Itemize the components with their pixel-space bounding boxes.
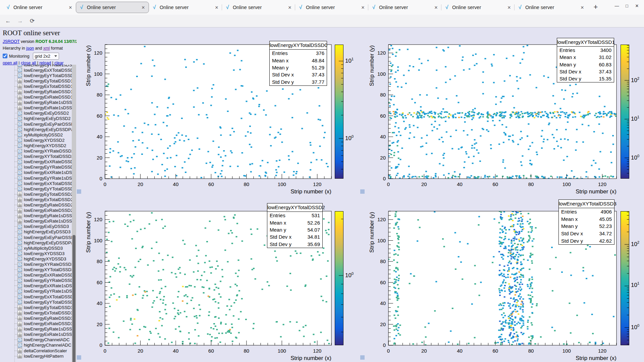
tree-item[interactable]: lowEnergyExXRate1sDSSD2 bbox=[0, 170, 72, 175]
tree-item[interactable]: lowEnergyExRateDSSD3 bbox=[0, 321, 72, 326]
tree-item[interactable]: lowEnergyEyYTotalDSSD3 bbox=[0, 299, 72, 305]
stats-box-lowEnergyXYTotalDSSD1[interactable]: lowEnergyXYTotalDSSD1Entries3400Mean x31… bbox=[557, 38, 614, 82]
tree-item[interactable]: lowEnergyExRate1sDSSD2 bbox=[0, 219, 72, 224]
tree-item[interactable]: lowEnergyEyRateDSSD1 bbox=[0, 89, 72, 94]
panel-resize-handle[interactable] bbox=[360, 189, 365, 194]
browser-tab[interactable]: √Online server✕ bbox=[441, 2, 515, 13]
tree-item[interactable]: lowEnergyExXRateDSSD2 bbox=[0, 159, 72, 165]
tree-item[interactable]: deltaCorrelationScaler bbox=[0, 348, 72, 353]
tree-connector bbox=[14, 81, 17, 81]
tree-item[interactable]: lowEnergyExTotalDSSD3 bbox=[0, 310, 72, 315]
tree-item[interactable]: lowEnergyEyYRate1sDSSD3 bbox=[0, 289, 72, 294]
tree-item[interactable]: lowEnergyExXRate1sDSSD3 bbox=[0, 283, 72, 289]
tree-item[interactable]: lowEnergyEyYRate1sDSSD2 bbox=[0, 175, 72, 181]
tree-item[interactable]: lowEnergyExTotalDSSD1 bbox=[0, 83, 72, 89]
tree-item[interactable]: lowEnergyExXTotalDSSD2 bbox=[0, 181, 72, 186]
tree-item[interactable]: lowEnergyExXRateDSSD3 bbox=[0, 273, 72, 278]
tree-item[interactable]: lowEnergyEyYRateDSSD3 bbox=[0, 278, 72, 283]
panel-resize-handle[interactable] bbox=[77, 355, 81, 360]
monitoring-checkbox[interactable] bbox=[3, 54, 7, 58]
browser-tab[interactable]: √Online server✕ bbox=[76, 2, 149, 13]
tree-item[interactable]: lowEnergyEyRate1sDSSD2 bbox=[0, 213, 72, 219]
xml-link[interactable]: xml bbox=[43, 46, 50, 51]
tree-item[interactable]: lowEnergyEyYTotalDSSD2 bbox=[0, 186, 72, 191]
tree-item[interactable]: lowEnergyExEyDSSD2 bbox=[0, 111, 72, 116]
tab-close-icon[interactable]: ✕ bbox=[214, 5, 219, 10]
stats-row: Mean y54.07 bbox=[267, 226, 322, 233]
tree-item[interactable]: highEnergyChannelADC bbox=[0, 343, 72, 348]
back-icon[interactable]: ← bbox=[3, 16, 13, 26]
tree-item[interactable]: lowEnergyEyTotalDSSD2 bbox=[0, 191, 72, 197]
tab-close-icon[interactable]: ✕ bbox=[287, 5, 292, 10]
tree-item[interactable]: lowEnergyEyRateDSSD2 bbox=[0, 202, 72, 207]
tree-item[interactable]: lowEnergyXYTotalDSSD3 bbox=[0, 267, 72, 273]
panel-resize-handle[interactable] bbox=[77, 189, 81, 194]
tree-item[interactable]: lowEnergyEyYRateDSSD2 bbox=[0, 165, 72, 170]
forward-icon[interactable]: → bbox=[15, 16, 25, 26]
tree-item[interactable]: lowEnergyEyTotalDSSD3 bbox=[0, 305, 72, 310]
tree-item[interactable]: lowEnergyExXTotalDSSD3 bbox=[0, 294, 72, 299]
tab-close-icon[interactable]: ✕ bbox=[433, 5, 439, 10]
colorbar-lowEnergyXYTotalDSSD0[interactable] bbox=[335, 45, 343, 179]
tree-item[interactable]: lowEnergyExXTotalDSSD1 bbox=[0, 67, 72, 73]
hist1d-icon bbox=[17, 95, 22, 100]
tab-close-icon[interactable]: ✕ bbox=[506, 5, 512, 10]
tree-item[interactable]: lowEnergyEyRateDSSD3 bbox=[0, 315, 72, 321]
panel-resize-handle[interactable] bbox=[360, 355, 365, 360]
stats-box-lowEnergyXYTotalDSSD2[interactable]: lowEnergyXYTotalDSSD2Entries531Mean x52.… bbox=[267, 203, 323, 248]
tree-item[interactable]: xyMultiplicityDSSD3 bbox=[0, 245, 72, 251]
tree-item[interactable]: lowEnergyExEyPairDSSD2 bbox=[0, 121, 72, 127]
tab-close-icon[interactable]: ✕ bbox=[68, 5, 73, 10]
window-maximize-button[interactable]: □ bbox=[623, 2, 631, 10]
stats-row: Entries531 bbox=[267, 212, 322, 219]
tree-item[interactable]: highEnergyExEyDSSDPair3 bbox=[0, 240, 72, 245]
json-link[interactable]: json bbox=[26, 46, 34, 51]
tree-item[interactable]: lowEnergyExRateDSSD2 bbox=[0, 208, 72, 213]
tree-item[interactable]: lowEnergyExRate1sDSSD3 bbox=[0, 332, 72, 337]
tree-item[interactable]: lowEnergyExRateDSSD1 bbox=[0, 95, 72, 100]
window-minimize-button[interactable]: — bbox=[612, 2, 621, 10]
tree-item[interactable]: lowEnergyHitPattern bbox=[0, 353, 72, 359]
tab-close-icon[interactable]: ✕ bbox=[580, 5, 585, 10]
colorbar-lowEnergyXYTotalDSSD3[interactable] bbox=[621, 211, 629, 345]
browser-tab[interactable]: √Online server✕ bbox=[368, 2, 441, 13]
browser-tab[interactable]: √Online server✕ bbox=[515, 2, 588, 13]
colorbar-lowEnergyXYTotalDSSD2[interactable] bbox=[335, 211, 343, 345]
tree-item[interactable]: xyMultiplicityDSSD2 bbox=[0, 132, 72, 137]
window-close-button[interactable]: ✕ bbox=[633, 2, 641, 10]
browser-tab[interactable]: √Online server✕ bbox=[222, 2, 295, 13]
jsroot-link[interactable]: JSROOT bbox=[3, 39, 19, 44]
browser-tab[interactable]: √Online server✕ bbox=[3, 2, 76, 13]
axis-text: 60 bbox=[492, 348, 498, 354]
tree-item[interactable]: lowEnergyXYDSSD3 bbox=[0, 251, 72, 256]
tree-item[interactable]: lowEnergyExEyDSSD3 bbox=[0, 224, 72, 229]
tree-item[interactable]: lowEnergyXYTotalDSSD2 bbox=[0, 154, 72, 159]
stats-box-lowEnergyXYTotalDSSD3[interactable]: lowEnergyXYTotalDSSD3Entries4906Mean x45… bbox=[558, 199, 614, 245]
layout-select[interactable]: grid 2x2 bbox=[33, 53, 59, 60]
reload-icon[interactable]: ⟳ bbox=[28, 16, 37, 26]
tree-item[interactable]: lowEnergyXYRateDSSD3 bbox=[0, 261, 72, 267]
tree-item[interactable]: lowEnergyChannelADC bbox=[0, 337, 72, 343]
new-tab-button[interactable]: + bbox=[591, 3, 600, 12]
tree-item[interactable]: highEnergyXYDSSD3 bbox=[0, 256, 72, 261]
colorbar-lowEnergyXYTotalDSSD1[interactable] bbox=[621, 45, 629, 179]
stats-box-lowEnergyXYTotalDSSD0[interactable]: lowEnergyXYTotalDSSD0Entries376Mean x48.… bbox=[269, 41, 327, 86]
tree-item[interactable]: highEnergyExEyDSSD3 bbox=[0, 229, 72, 235]
tree-item[interactable]: highEnergyXYDSSD2 bbox=[0, 143, 72, 148]
tab-close-icon[interactable]: ✕ bbox=[360, 5, 366, 10]
tree-item[interactable]: lowEnergyEyYRate1sDSSD1 bbox=[0, 65, 72, 67]
browser-tab[interactable]: √Online server✕ bbox=[295, 2, 368, 13]
tree-item[interactable]: lowEnergyExEyPairDSSD3 bbox=[0, 235, 72, 240]
tree-item[interactable]: lowEnergyExRate1sDSSD1 bbox=[0, 105, 72, 111]
tree-item[interactable]: lowEnergyEyYTotalDSSD1 bbox=[0, 73, 72, 78]
tree-item[interactable]: highEnergyExEyDSSD2 bbox=[0, 116, 72, 121]
tree-item[interactable]: lowEnergyXYRateDSSD2 bbox=[0, 148, 72, 154]
tree-item[interactable]: highEnergyExEyDSSDPair2 bbox=[0, 127, 72, 132]
tree-item[interactable]: lowEnergyEyRate1sDSSD1 bbox=[0, 100, 72, 105]
tree-item[interactable]: lowEnergyEyRate1sDSSD3 bbox=[0, 326, 72, 332]
tree-item[interactable]: lowEnergyXYDSSD2 bbox=[0, 137, 72, 143]
tree-item[interactable]: lowEnergyExTotalDSSD2 bbox=[0, 197, 72, 202]
browser-tab[interactable]: √Online server✕ bbox=[149, 2, 222, 13]
tree-item[interactable]: lowEnergyEyTotalDSSD1 bbox=[0, 78, 72, 83]
tab-close-icon[interactable]: ✕ bbox=[141, 5, 146, 10]
